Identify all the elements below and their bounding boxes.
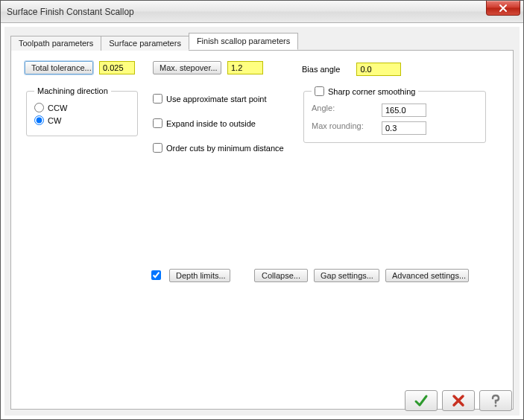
radio-ccw-label: CCW bbox=[48, 104, 67, 112]
total-tolerance-field[interactable]: 0.025 bbox=[99, 61, 135, 74]
ok-button[interactable] bbox=[405, 390, 438, 411]
cancel-button[interactable] bbox=[442, 390, 475, 411]
radio-ccw-row[interactable]: CCW bbox=[34, 103, 130, 112]
label-approx-start: Use approximate start point bbox=[166, 95, 267, 104]
sharp-maxround-field[interactable] bbox=[382, 121, 426, 135]
help-button[interactable] bbox=[479, 390, 512, 411]
tab-surface-parameters[interactable]: Surface parameters bbox=[101, 36, 189, 51]
checkbox-sharp-corner[interactable] bbox=[315, 86, 324, 96]
client-area: Toolpath parameters Surface parameters F… bbox=[4, 26, 520, 416]
check-icon bbox=[414, 393, 429, 408]
bottom-button-row: Depth limits... Collapse... Gap settings… bbox=[148, 268, 469, 282]
option-expand-inside[interactable]: Expand inside to outside bbox=[153, 118, 302, 128]
sharp-angle-field[interactable] bbox=[382, 104, 426, 117]
depth-limits-button[interactable]: Depth limits... bbox=[169, 269, 230, 282]
label-expand-inside: Expand inside to outside bbox=[166, 119, 256, 128]
x-icon bbox=[451, 393, 466, 408]
checkbox-order-cuts[interactable] bbox=[153, 143, 162, 153]
bias-angle-label: Bias angle bbox=[302, 65, 340, 74]
machining-direction-group: Machining direction CCW CW bbox=[26, 86, 138, 136]
titlebar: Surface Finish Constant Scallop bbox=[1, 1, 523, 23]
radio-cw-label: CW bbox=[48, 116, 61, 125]
tabstrip: Toolpath parameters Surface parameters F… bbox=[10, 33, 514, 51]
window-title: Surface Finish Constant Scallop bbox=[7, 7, 134, 17]
dialog-window: Surface Finish Constant Scallop Toolpath… bbox=[0, 0, 524, 420]
close-icon bbox=[499, 4, 508, 13]
max-stepover-button[interactable]: Max. stepover... bbox=[153, 61, 221, 74]
total-tolerance-button[interactable]: Total tolerance... bbox=[25, 61, 93, 74]
total-tolerance-group: Total tolerance... 0.025 bbox=[25, 61, 135, 74]
tab-finish-scallop-parameters[interactable]: Finish scallop parameters bbox=[189, 33, 298, 50]
sharp-angle-label: Angle: bbox=[312, 104, 379, 117]
radio-cw[interactable] bbox=[34, 115, 44, 125]
tab-toolpath-parameters[interactable]: Toolpath parameters bbox=[10, 36, 101, 51]
machining-direction-legend: Machining direction bbox=[34, 86, 111, 95]
sharp-corner-group: Sharp corner smoothing Angle: Max roundi… bbox=[303, 86, 486, 143]
bias-angle-group: Bias angle 0.0 bbox=[302, 63, 401, 76]
svg-point-0 bbox=[495, 405, 497, 407]
radio-ccw[interactable] bbox=[34, 103, 44, 112]
checkbox-approx-start[interactable] bbox=[153, 94, 162, 104]
question-icon bbox=[488, 393, 503, 408]
option-order-cuts[interactable]: Order cuts by minimum distance bbox=[153, 143, 302, 153]
radio-cw-row[interactable]: CW bbox=[34, 115, 130, 125]
tab-page-finish-scallop: Total tolerance... 0.025 Max. stepover..… bbox=[10, 51, 514, 410]
max-stepover-group: Max. stepover... 1.2 bbox=[153, 61, 263, 74]
window-close-button[interactable] bbox=[486, 1, 520, 16]
gap-settings-button[interactable]: Gap settings... bbox=[314, 269, 379, 282]
option-approx-start[interactable]: Use approximate start point bbox=[153, 94, 302, 104]
sharp-corner-legend: Sharp corner smoothing bbox=[312, 86, 418, 96]
advanced-settings-button[interactable]: Advanced settings... bbox=[385, 269, 469, 282]
label-order-cuts: Order cuts by minimum distance bbox=[166, 144, 284, 153]
max-stepover-field[interactable]: 1.2 bbox=[227, 61, 263, 74]
sharp-corner-toggle[interactable]: Sharp corner smoothing bbox=[315, 86, 415, 96]
checkbox-depth-limits[interactable] bbox=[151, 270, 161, 280]
bias-angle-field[interactable]: 0.0 bbox=[356, 63, 401, 76]
label-sharp-corner: Sharp corner smoothing bbox=[328, 87, 415, 96]
sharp-maxround-label: Max rounding: bbox=[312, 121, 379, 135]
options-group: Use approximate start point Expand insid… bbox=[153, 91, 302, 156]
checkbox-expand-inside[interactable] bbox=[153, 118, 162, 128]
dialog-button-row bbox=[405, 390, 512, 411]
collapse-button[interactable]: Collapse... bbox=[254, 269, 308, 282]
